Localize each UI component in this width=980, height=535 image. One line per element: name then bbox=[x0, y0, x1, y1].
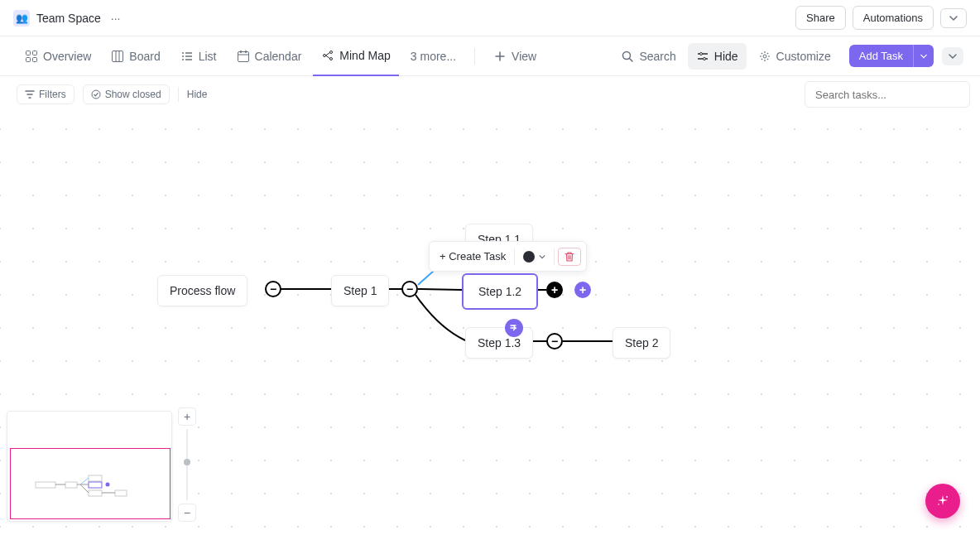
add-task-button[interactable]: Add Task bbox=[849, 45, 913, 67]
search-label: Search bbox=[639, 50, 675, 63]
board-icon bbox=[111, 50, 124, 63]
mindmap-canvas[interactable]: Process flow − Step 1 − Step 1.1 + Creat… bbox=[0, 113, 980, 535]
gear-icon bbox=[758, 50, 771, 63]
svg-rect-0 bbox=[26, 51, 31, 55]
node-step13[interactable]: Step 1.3 bbox=[465, 327, 533, 359]
mindmap-icon bbox=[321, 49, 334, 62]
collapse-root[interactable]: − bbox=[265, 281, 281, 297]
minimap[interactable] bbox=[7, 411, 172, 522]
hide-button[interactable]: Hide bbox=[688, 43, 747, 70]
tab-calendar[interactable]: Calendar bbox=[228, 36, 310, 76]
tab-board-label: Board bbox=[129, 50, 160, 63]
customize-label: Customize bbox=[776, 50, 831, 63]
hide-filter-button[interactable]: Hide bbox=[187, 89, 208, 100]
svg-point-7 bbox=[182, 52, 184, 54]
svg-point-40 bbox=[106, 483, 110, 487]
divider bbox=[178, 87, 179, 102]
overview-icon bbox=[25, 50, 38, 63]
add-task-caret[interactable] bbox=[913, 45, 934, 67]
minimap-viewport[interactable] bbox=[10, 448, 171, 519]
add-child-step12[interactable]: + bbox=[574, 282, 591, 298]
node-step13-label: Step 1.3 bbox=[478, 336, 521, 349]
search-icon bbox=[621, 50, 634, 63]
space-name[interactable]: Team Space bbox=[36, 12, 101, 25]
calendar-icon bbox=[237, 50, 250, 63]
show-closed-label: Show closed bbox=[105, 89, 161, 100]
svg-point-19 bbox=[330, 57, 333, 60]
tab-overview[interactable]: Overview bbox=[17, 36, 99, 76]
svg-rect-4 bbox=[113, 51, 123, 61]
tab-more-label: 3 more... bbox=[411, 50, 456, 63]
svg-point-23 bbox=[699, 52, 702, 55]
expand-step12[interactable]: + bbox=[546, 282, 563, 298]
tab-add-view[interactable]: View bbox=[485, 36, 545, 76]
svg-rect-13 bbox=[238, 51, 248, 61]
node-step2[interactable]: Step 2 bbox=[612, 327, 670, 359]
tab-list[interactable]: List bbox=[172, 36, 225, 76]
svg-rect-1 bbox=[33, 51, 37, 55]
collapse-step13[interactable]: − bbox=[546, 333, 563, 349]
customize-button[interactable]: Customize bbox=[750, 43, 839, 70]
divider bbox=[554, 248, 555, 265]
check-circle-icon bbox=[91, 89, 101, 99]
tab-calendar-label: Calendar bbox=[255, 50, 302, 63]
node-context-toolbar: + Create Task bbox=[429, 241, 587, 272]
secondary-caret[interactable] bbox=[942, 47, 963, 65]
svg-point-25 bbox=[703, 57, 705, 60]
tab-mindmap-label: Mind Map bbox=[339, 49, 390, 62]
svg-point-47 bbox=[938, 504, 939, 505]
node-step2-label: Step 2 bbox=[625, 336, 658, 349]
svg-rect-3 bbox=[33, 57, 37, 61]
hide-settings-icon bbox=[696, 50, 709, 63]
svg-point-27 bbox=[92, 90, 100, 99]
svg-point-46 bbox=[946, 496, 948, 498]
ai-fab-button[interactable] bbox=[925, 484, 960, 518]
node-step1[interactable]: Step 1 bbox=[331, 275, 389, 306]
filters-button[interactable]: Filters bbox=[17, 84, 74, 104]
filters-label: Filters bbox=[39, 89, 66, 100]
svg-rect-34 bbox=[36, 482, 55, 488]
automations-caret[interactable] bbox=[940, 8, 967, 28]
subtask-badge-icon[interactable] bbox=[505, 319, 523, 337]
zoom-out-button[interactable]: − bbox=[178, 504, 196, 522]
svg-point-11 bbox=[182, 59, 184, 60]
share-button[interactable]: Share bbox=[795, 6, 846, 30]
svg-rect-2 bbox=[26, 57, 31, 61]
svg-rect-37 bbox=[89, 482, 102, 488]
tab-board[interactable]: Board bbox=[103, 36, 168, 76]
node-step12[interactable]: Step 1.2 bbox=[462, 273, 538, 310]
search-button[interactable]: Search bbox=[612, 43, 684, 70]
svg-point-18 bbox=[330, 51, 333, 53]
svg-point-9 bbox=[182, 55, 184, 57]
node-root-label: Process flow bbox=[170, 284, 235, 297]
svg-rect-39 bbox=[115, 490, 127, 496]
svg-line-44 bbox=[80, 484, 89, 493]
tab-list-label: List bbox=[199, 50, 217, 63]
node-root[interactable]: Process flow bbox=[157, 275, 247, 306]
zoom-slider[interactable] bbox=[186, 429, 188, 500]
zoom-thumb[interactable] bbox=[184, 459, 190, 465]
space-more-menu[interactable]: ··· bbox=[111, 12, 121, 25]
node-step1-label: Step 1 bbox=[343, 284, 377, 297]
zoom-in-button[interactable]: + bbox=[178, 407, 196, 426]
delete-node-button[interactable] bbox=[558, 248, 581, 266]
show-closed-button[interactable]: Show closed bbox=[83, 84, 170, 104]
space-color-icon: 👥 bbox=[13, 10, 30, 27]
color-picker[interactable] bbox=[518, 248, 550, 266]
automations-button[interactable]: Automations bbox=[853, 6, 934, 30]
divider bbox=[514, 248, 515, 265]
tab-mindmap[interactable]: Mind Map bbox=[313, 36, 398, 76]
list-icon bbox=[180, 50, 194, 63]
filter-icon bbox=[25, 89, 35, 99]
svg-line-30 bbox=[418, 289, 462, 290]
tab-view-label: View bbox=[512, 50, 536, 63]
plus-icon bbox=[493, 50, 507, 63]
tab-more[interactable]: 3 more... bbox=[402, 36, 464, 76]
collapse-step1[interactable]: − bbox=[401, 281, 418, 297]
color-dot-icon bbox=[523, 251, 535, 263]
svg-rect-36 bbox=[89, 475, 102, 481]
node-step12-label: Step 1.2 bbox=[478, 285, 521, 298]
create-task-button[interactable]: + Create Task bbox=[435, 247, 511, 266]
search-tasks-input[interactable] bbox=[805, 81, 970, 108]
tab-overview-label: Overview bbox=[43, 50, 91, 63]
